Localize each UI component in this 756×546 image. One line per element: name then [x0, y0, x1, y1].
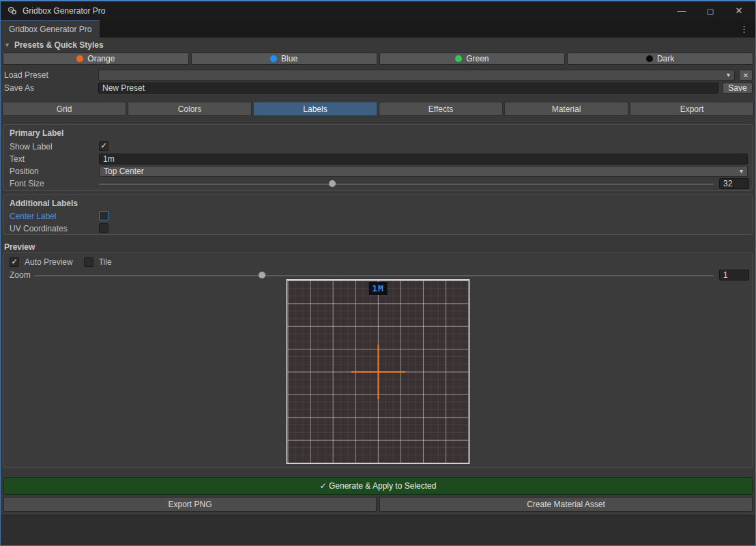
text-label: Text: [10, 154, 25, 164]
tile-label: Tile: [99, 257, 112, 267]
primary-label-header: Primary Label: [10, 128, 63, 138]
position-dropdown[interactable]: Top Center ▾: [99, 166, 748, 177]
save-as-label: Save As: [4, 83, 34, 94]
generate-apply-button[interactable]: ✓ Generate & Apply to Selected: [3, 477, 753, 495]
text-row: Text 1m: [4, 154, 752, 164]
window-controls: — ▢ ✕: [676, 5, 748, 16]
save-as-input[interactable]: New Preset: [98, 83, 718, 94]
window-icon: [8, 6, 17, 16]
center-cross-icon: [377, 345, 379, 399]
preset-label: Orange: [87, 54, 115, 63]
zoom-value-input[interactable]: 1: [719, 270, 749, 281]
create-material-asset-button[interactable]: Create Material Asset: [379, 497, 753, 512]
uv-coordinates-row: UV Coordinates: [4, 223, 752, 234]
preview-toggles: ✓ Auto Preview Tile: [10, 257, 112, 267]
font-size-row: Font Size 32: [4, 178, 752, 189]
load-preset-label: Load Preset: [4, 70, 48, 81]
blue-dot-icon: [270, 55, 277, 62]
label-text-input[interactable]: 1m: [99, 154, 748, 164]
slider-track: [34, 275, 714, 276]
center-label-label: Center Label: [10, 211, 57, 222]
chevron-down-icon: ▾: [727, 72, 730, 78]
uv-coordinates-checkbox[interactable]: [99, 223, 108, 233]
label-text-value: 1m: [103, 154, 115, 164]
dark-dot-icon: [646, 55, 653, 62]
tab-grid[interactable]: Grid: [2, 102, 126, 116]
additional-labels-box: Additional Labels Center Label UV Coordi…: [3, 195, 753, 235]
font-size-slider-handle[interactable]: [329, 180, 336, 187]
font-size-slider[interactable]: [99, 178, 714, 189]
save-button[interactable]: Save: [723, 83, 753, 94]
minimize-icon[interactable]: —: [676, 5, 687, 16]
preset-button-dark[interactable]: Dark: [567, 53, 753, 65]
show-label-checkbox[interactable]: ✓: [99, 141, 108, 151]
tab-menu-icon[interactable]: ⋮: [733, 20, 755, 38]
editor-tabstrip: Gridbox Generator Pro ⋮: [1, 20, 755, 38]
tile-checkbox[interactable]: [84, 257, 93, 267]
tab-gridbox-generator-pro[interactable]: Gridbox Generator Pro: [1, 20, 100, 38]
preset-label: Blue: [281, 54, 297, 63]
tab-export[interactable]: Export: [630, 102, 754, 116]
preset-button-green[interactable]: Green: [379, 53, 566, 65]
grid-size-label: 1M: [368, 282, 388, 295]
preview-box: ✓ Auto Preview Tile Zoom 1 1M: [3, 253, 753, 468]
uv-coordinates-label: UV Coordinates: [10, 223, 68, 234]
position-value: Top Center: [104, 167, 144, 176]
green-dot-icon: [455, 55, 462, 62]
window-title: Gridbox Generator Pro: [23, 6, 105, 16]
auto-preview-checkbox[interactable]: ✓: [10, 257, 19, 267]
show-label-row: Show Label ✓: [4, 141, 752, 152]
load-preset-row: Load Preset ▾ ✕: [1, 70, 755, 81]
font-size-value-input[interactable]: 32: [719, 178, 749, 189]
center-label-row: Center Label: [4, 211, 752, 222]
zoom-slider-handle[interactable]: [259, 272, 265, 278]
preset-button-blue[interactable]: Blue: [191, 53, 377, 65]
tab-material[interactable]: Material: [504, 102, 628, 116]
preview-canvas: 1M: [287, 279, 470, 464]
preset-label: Green: [466, 54, 489, 63]
slider-track: [99, 184, 714, 185]
check-icon: ✓: [11, 258, 17, 265]
save-as-row: Save As New Preset Save: [1, 83, 755, 94]
title-bar: Gridbox Generator Pro — ▢ ✕: [1, 1, 755, 20]
tab-colors[interactable]: Colors: [128, 102, 252, 116]
position-row: Position Top Center ▾: [4, 166, 752, 177]
center-label-checkbox[interactable]: [99, 211, 108, 220]
clear-preset-button[interactable]: ✕: [739, 70, 753, 81]
window-footer-area: [1, 515, 755, 545]
save-as-value: New Preset: [102, 83, 145, 93]
chevron-down-icon: ▾: [740, 168, 743, 175]
check-icon: ✓: [100, 142, 106, 149]
export-png-button[interactable]: Export PNG: [3, 497, 377, 512]
font-size-value: 32: [723, 179, 732, 188]
primary-label-box: Primary Label Show Label ✓ Text 1m Posit…: [3, 124, 753, 191]
tab-labels[interactable]: Labels: [253, 102, 377, 116]
presets-header: Presets & Quick Styles: [14, 40, 104, 50]
auto-preview-label: Auto Preview: [25, 257, 73, 267]
show-label-label: Show Label: [10, 141, 53, 152]
gridbox-generator-window: Gridbox Generator Pro — ▢ ✕ Gridbox Gene…: [0, 0, 756, 546]
tab-effects[interactable]: Effects: [379, 102, 503, 116]
preset-label: Dark: [657, 54, 674, 63]
font-size-label: Font Size: [10, 178, 44, 189]
position-label: Position: [10, 166, 39, 177]
maximize-icon[interactable]: ▢: [705, 5, 716, 16]
bottom-buttons-row: Export PNG Create Material Asset: [3, 497, 753, 512]
preview-header: Preview: [4, 242, 35, 252]
foldout-triangle-icon: ▼: [4, 42, 10, 48]
presets-foldout[interactable]: ▼ Presets & Quick Styles: [4, 40, 104, 50]
orange-dot-icon: [76, 55, 83, 62]
preset-buttons-row: Orange Blue Green Dark: [3, 53, 753, 65]
additional-labels-header: Additional Labels: [10, 199, 78, 208]
preset-button-orange[interactable]: Orange: [3, 53, 189, 65]
close-icon[interactable]: ✕: [733, 5, 744, 16]
zoom-label: Zoom: [10, 270, 31, 281]
zoom-value: 1: [723, 270, 728, 280]
section-tabs: Grid Colors Labels Effects Material Expo…: [2, 102, 754, 116]
load-preset-dropdown[interactable]: ▾: [98, 70, 735, 81]
